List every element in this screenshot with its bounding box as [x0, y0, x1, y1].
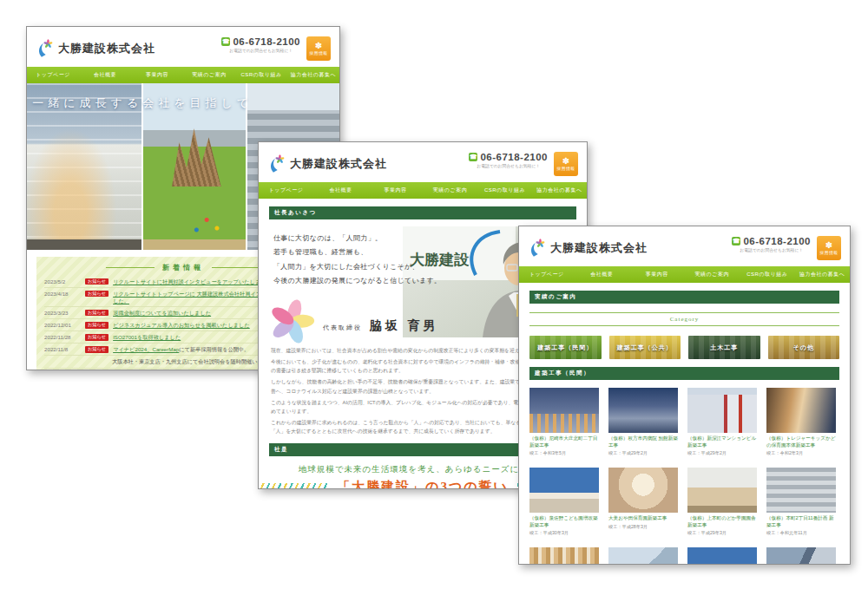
news-date: 2023/3/23	[44, 310, 81, 317]
nav-item-works[interactable]: 実績のご案内	[685, 271, 740, 278]
nav-item-top[interactable]: トップページ	[519, 271, 575, 278]
project-card[interactable]: （仮称）枚方市内病院 別館新築工事 竣工：平成29年2月	[608, 388, 678, 456]
news-date: 2023/4/18	[44, 291, 81, 298]
site-logo[interactable]: 大勝建設株式会社	[267, 154, 387, 173]
news-date: 2022/12/01	[44, 322, 81, 329]
nav-item-partners[interactable]: 協力会社の募集へ	[287, 71, 339, 79]
phone-icon: ☎	[732, 237, 740, 245]
phone-icon: ☎	[221, 37, 230, 46]
project-card[interactable]: 大美おや田保育園新築工事 竣工：平成28年3月	[608, 468, 678, 536]
company-name: 大勝建設株式会社	[290, 156, 387, 172]
news-link[interactable]: ISO27001を取得致しました	[113, 334, 181, 341]
phone-icon: ☎	[469, 153, 477, 161]
nav-item-works[interactable]: 実績のご案内	[183, 71, 235, 79]
project-card[interactable]: （仮称）新深江マンションビル新築工事 竣工：平成29年2月	[687, 388, 757, 456]
nav-item-business[interactable]: 事業内容	[368, 187, 423, 194]
nav-item-company[interactable]: 会社概要	[575, 271, 630, 278]
project-card[interactable]: （仮称）尼崎市大庄北町二丁目新築工事 竣工：令和3年5月	[529, 388, 599, 456]
news-date: 2022/11/28	[44, 334, 81, 341]
project-title: （仮称）トレジャーキッズかどの保育園本体新築工事	[766, 435, 836, 448]
category-button-civil[interactable]: 土木工事	[688, 336, 760, 359]
project-thumbnail	[687, 388, 757, 433]
pledge-title: 「大勝建設」の3つの誓い	[337, 479, 509, 489]
phone-note: お電話でのお問合せもお気軽に！	[469, 163, 548, 168]
news-badge: お知らせ	[85, 322, 108, 329]
phone-number: 06-6718-2100	[743, 236, 811, 246]
project-card[interactable]	[529, 547, 599, 565]
project-thumbnail	[766, 468, 836, 513]
project-title: （仮称）泉佐野こども園増改築新築工事	[529, 515, 599, 528]
project-card[interactable]	[608, 547, 678, 565]
news-link[interactable]: ビジネスカジュアル導入のお知らせを掲載いたしました	[113, 322, 250, 329]
recruit-button[interactable]: ✽ 採用情報	[817, 236, 841, 260]
logo-mark-icon	[267, 154, 286, 173]
project-thumbnail	[687, 547, 757, 565]
project-title: （仮称）本町2丁目11番計画 新築工事	[766, 515, 836, 528]
news-link[interactable]: リクルートサイトに社員対談インタビューをアップいたしました。	[113, 278, 277, 285]
logo-mark-icon	[36, 39, 55, 58]
header-contact: ☎06-6718-2100 お電話でのお問合せもお気軽に！ ✽ 採用情報	[469, 152, 578, 176]
site-logo[interactable]: 大勝建設株式会社	[36, 39, 155, 58]
site-logo[interactable]: 大勝建設株式会社	[528, 239, 648, 258]
project-card[interactable]: （仮称）泉佐野こども園増改築新築工事 竣工：平成30年3月	[529, 468, 599, 536]
project-card[interactable]	[766, 547, 836, 565]
main-nav: トップページ 会社概要 事業内容 実績のご案内 CSRの取り組み 協力会社の募集…	[259, 182, 587, 199]
nav-item-csr[interactable]: CSRの取り組み	[235, 71, 287, 79]
nav-item-csr[interactable]: CSRの取り組み	[477, 187, 532, 194]
nav-item-csr[interactable]: CSRの取り組み	[740, 271, 795, 278]
news-badge: お知らせ	[85, 291, 108, 298]
flower-petals-icon	[267, 296, 316, 344]
category-header: Category	[529, 312, 839, 326]
project-card[interactable]: （仮称）上本町のどか学園園舎新築工事 竣工：平成29年3月	[687, 468, 757, 536]
project-card[interactable]	[687, 547, 757, 565]
nav-item-partners[interactable]: 協力会社の募集へ	[532, 187, 587, 194]
project-completion-date: 竣工：平成28年3月	[608, 524, 678, 530]
nav-item-works[interactable]: 実績のご案内	[423, 187, 477, 194]
recruit-button[interactable]: ✽ 採用情報	[554, 152, 578, 176]
nav-item-top[interactable]: トップページ	[27, 71, 79, 79]
phone-note: お電話でのお問合せもお気軽に！	[221, 48, 300, 53]
company-name: 大勝建設株式会社	[58, 41, 155, 56]
logo-mark-icon	[528, 239, 547, 258]
category-button-private[interactable]: 建築工事（民間）	[529, 336, 602, 359]
project-thumbnail	[529, 388, 599, 433]
recruit-label: 採用情報	[556, 166, 575, 171]
recruit-button[interactable]: ✽ 採用情報	[306, 36, 331, 61]
news-date: 2022/11/8	[44, 346, 81, 353]
nav-item-company[interactable]: 会社概要	[79, 71, 131, 79]
nav-item-partners[interactable]: 協力会社の募集へ	[795, 271, 851, 278]
hero-catchcopy: 一緒に成長する会社を目指して	[27, 95, 258, 111]
project-completion-date: 竣工：平成30年3月	[529, 530, 599, 536]
project-completion-date: 竣工：令和3年5月	[529, 450, 599, 456]
nav-item-top[interactable]: トップページ	[259, 187, 313, 194]
news-text: にて新卒採用情報を公開中。	[179, 346, 249, 352]
project-thumbnail	[766, 388, 836, 433]
project-card[interactable]: （仮称）本町2丁目11番計画 新築工事 竣工：令和元年11月	[766, 468, 836, 536]
president-name: 脇坂 育男	[370, 318, 439, 334]
news-link[interactable]: 退職金制度についてを追加いたしました	[113, 310, 211, 317]
category-button-other[interactable]: その他	[768, 336, 840, 359]
news-date: 2023/5/2	[44, 278, 81, 285]
site-header: 大勝建設株式会社 ☎06-6718-2100 お電話でのお問合せもお気軽に！ ✽…	[519, 226, 850, 266]
header-contact: ☎06-6718-2100 お電話でのお問合せもお気軽に！ ✽ 採用情報	[732, 236, 841, 260]
nav-item-business[interactable]: 事業内容	[629, 271, 685, 278]
recruit-label: 採用情報	[309, 50, 327, 56]
news-badge: お知らせ	[85, 346, 108, 353]
recruit-flower-icon: ✽	[315, 42, 322, 50]
site-header: 大勝建設株式会社 ☎06-6718-2100 お電話でのお問合せもお気軽に！ ✽…	[27, 27, 339, 67]
category-button-public[interactable]: 建築工事（公共）	[609, 336, 681, 359]
nav-item-company[interactable]: 会社概要	[313, 187, 368, 194]
phone-block[interactable]: ☎06-6718-2100 お電話でのお問合せもお気軽に！	[221, 36, 300, 53]
project-thumbnail	[687, 468, 757, 513]
news-link[interactable]: マイナビ2024、CareerMap	[113, 346, 179, 352]
nav-item-business[interactable]: 事業内容	[131, 71, 183, 79]
project-card[interactable]: （仮称）トレジャーキッズかどの保育園本体新築工事 竣工：令和2年3月	[766, 388, 836, 456]
section-bar-greeting: 社長あいさつ	[269, 206, 576, 219]
hatch-decoration-left	[258, 483, 328, 489]
phone-block[interactable]: ☎06-6718-2100 お電話でのお問合せもお気軽に！	[732, 236, 811, 252]
news-badge: お知らせ	[85, 278, 108, 285]
phone-block[interactable]: ☎06-6718-2100 お電話でのお問合せもお気軽に！	[469, 152, 548, 168]
section-bar-works: 実績のご案内	[529, 291, 839, 304]
project-thumbnail	[608, 388, 678, 433]
project-completion-date: 竣工：令和元年11月	[766, 530, 836, 536]
